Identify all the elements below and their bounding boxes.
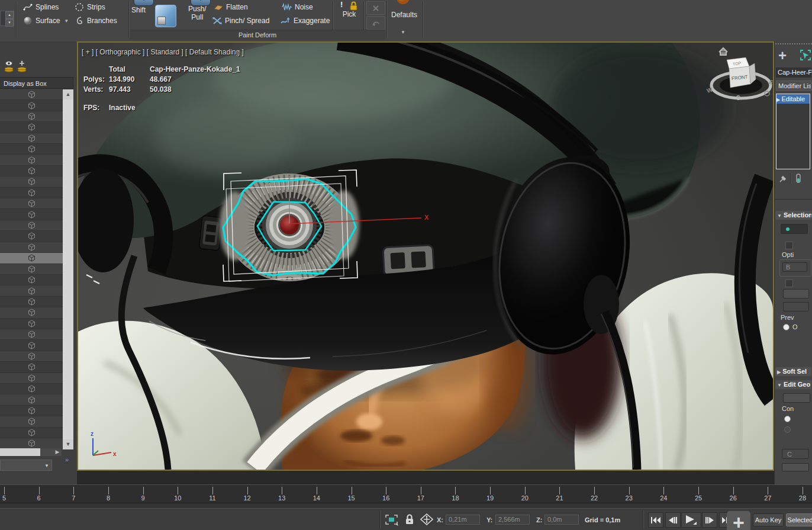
rollout-soft-selection[interactable]: ▶Soft Sel <box>775 367 811 376</box>
revert-button-disabled[interactable] <box>366 16 385 30</box>
explorer-dropdown[interactable]: ▼ <box>0 460 52 471</box>
go-to-start-button[interactable] <box>648 512 663 528</box>
explorer-row[interactable] <box>0 122 63 133</box>
vertical-scrollbar[interactable]: ▲ ▼ <box>63 89 73 449</box>
explorer-row[interactable] <box>0 155 63 165</box>
radio-selected[interactable] <box>783 324 790 330</box>
modify-tab-icon[interactable] <box>800 49 811 63</box>
explorer-row[interactable] <box>0 264 63 275</box>
previous-frame-button[interactable] <box>665 512 681 528</box>
explorer-row[interactable] <box>0 384 63 394</box>
flatten-button[interactable]: Flatten <box>213 2 248 12</box>
stack-item-editable[interactable]: ▶ Editable <box>776 94 810 104</box>
checkbox[interactable] <box>785 280 793 287</box>
scroll-right-icon[interactable]: ▶ <box>53 448 62 456</box>
explorer-row[interactable] <box>0 220 63 231</box>
explorer-row[interactable] <box>0 406 63 416</box>
z-coord-field[interactable]: 0,0m <box>544 515 579 525</box>
explorer-row[interactable] <box>0 319 63 329</box>
explorer-row[interactable] <box>0 416 63 427</box>
explorer-row[interactable] <box>0 133 63 144</box>
strips-button[interactable]: Strips <box>74 2 105 12</box>
explorer-row[interactable] <box>0 275 63 285</box>
explorer-row[interactable] <box>0 188 63 198</box>
edit-geo-button-2[interactable] <box>782 463 809 471</box>
subobject-vertex-button[interactable] <box>781 224 808 234</box>
defaults-button[interactable]: Defaults <box>388 11 421 19</box>
branches-button[interactable]: Branches <box>74 16 117 25</box>
selected-set-button[interactable]: Selected <box>786 513 812 526</box>
panel-overflow-chevron-icon[interactable]: » <box>65 456 69 463</box>
explorer-row[interactable] <box>0 144 63 155</box>
explorer-row[interactable] <box>0 242 63 253</box>
explorer-row[interactable] <box>0 198 63 209</box>
surface-button[interactable]: Surface▼ <box>22 16 69 25</box>
filter-funnel-icon[interactable] <box>234 51 241 60</box>
pin-stack-icon[interactable] <box>778 174 788 185</box>
modifier-stack[interactable]: ▶ Editable <box>776 94 810 169</box>
explorer-row[interactable] <box>0 340 63 351</box>
explorer-row[interactable] <box>0 373 63 384</box>
explorer-row[interactable] <box>0 428 63 438</box>
explorer-row-selected[interactable] <box>0 253 63 264</box>
display-as-box-column-header[interactable]: Display as Box <box>0 77 73 89</box>
explorer-row[interactable] <box>0 89 63 100</box>
radio-unselected[interactable] <box>784 426 791 433</box>
selection-button[interactable] <box>783 289 809 298</box>
selection-button-disabled[interactable] <box>783 302 809 311</box>
explorer-row[interactable] <box>0 176 63 187</box>
rollout-edit-geometry[interactable]: ▼Edit Geo <box>775 380 811 389</box>
shift-button[interactable]: Shift <box>131 6 146 14</box>
c-button-disabled[interactable]: C <box>782 449 809 459</box>
y-coord-field[interactable]: 2,566m <box>495 515 530 525</box>
explorer-row[interactable] <box>0 100 63 111</box>
explorer-row[interactable] <box>0 111 63 122</box>
explorer-row[interactable] <box>0 394 63 405</box>
transform-layers-icon[interactable] <box>17 60 27 74</box>
viewport-canvas[interactable]: Z X z x W <box>77 41 774 471</box>
explorer-row[interactable] <box>0 209 63 220</box>
checkbox[interactable] <box>785 242 793 249</box>
exaggerate-button[interactable]: Exaggerate <box>281 16 330 25</box>
auto-key-button[interactable]: Auto Key <box>753 513 784 526</box>
object-name-field[interactable]: Cap-Heer-Panze-Kokade_1 <box>776 68 811 78</box>
splines-button[interactable]: Splines <box>22 2 59 12</box>
create-tab-plus-icon[interactable]: + <box>778 47 787 64</box>
pinch-spread-button[interactable]: Pinch/ Spread <box>212 16 269 25</box>
hscroll-thumb[interactable] <box>0 448 40 456</box>
explorer-row[interactable] <box>0 231 63 242</box>
push-pull-button[interactable]: Push/ Pull <box>188 5 207 21</box>
relax-button[interactable] <box>155 5 176 27</box>
track-bar[interactable] <box>77 471 774 484</box>
timeline-ruler[interactable]: 5678910111213141516171819202122232425262… <box>0 484 812 509</box>
spinner-widget[interactable]: ▲▼ <box>0 11 14 26</box>
edit-geo-button[interactable] <box>783 393 810 403</box>
pick-button[interactable]: Pick <box>337 10 361 18</box>
clear-button-disabled[interactable] <box>366 1 385 15</box>
horizontal-scrollbar[interactable]: ▶ <box>0 448 62 456</box>
viewport-header-menus[interactable]: [ + ] [ Orthographic ] [ Standard ] [ De… <box>82 48 244 56</box>
scroll-up-icon[interactable]: ▲ <box>63 89 73 99</box>
scroll-down-icon[interactable]: ▼ <box>63 439 73 449</box>
transform-type-in-icon[interactable] <box>420 513 433 527</box>
explorer-row[interactable] <box>0 329 63 340</box>
selection-lock-icon[interactable] <box>405 513 414 527</box>
modifier-list-dropdown[interactable]: Modifier List <box>776 81 811 91</box>
selection-region-icon[interactable] <box>385 514 399 528</box>
noise-button[interactable]: Noise <box>282 2 313 12</box>
x-coord-field[interactable]: 0,21m <box>446 515 480 525</box>
explorer-row[interactable] <box>0 166 63 176</box>
rollout-selection[interactable]: ▼Selection <box>775 211 811 220</box>
explorer-row[interactable] <box>0 307 63 318</box>
radio-selected[interactable] <box>784 416 791 422</box>
show-end-result-icon[interactable] <box>795 174 802 186</box>
b-button-disabled[interactable]: B <box>782 262 807 272</box>
explorer-row[interactable] <box>0 297 63 307</box>
next-frame-button[interactable] <box>702 512 717 528</box>
defaults-caret-icon[interactable]: ▼ <box>401 30 405 35</box>
explorer-row[interactable] <box>0 438 63 449</box>
display-visibility-icon[interactable] <box>4 60 14 74</box>
explorer-row[interactable] <box>0 285 63 296</box>
play-button[interactable] <box>681 512 701 528</box>
add-plus-button[interactable]: + <box>727 511 750 530</box>
